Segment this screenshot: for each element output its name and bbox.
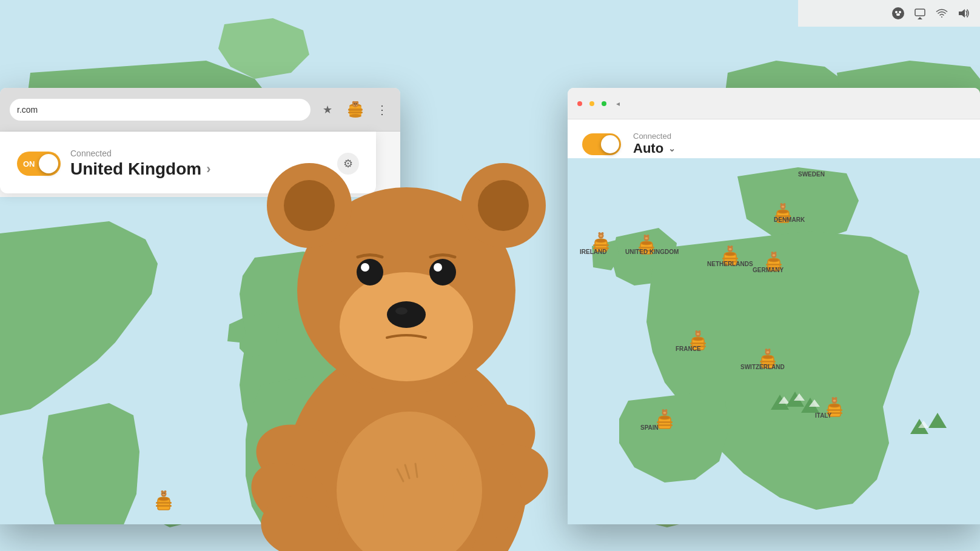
svg-text:IRELAND: IRELAND	[580, 249, 606, 255]
svg-point-117	[349, 114, 361, 118]
svg-point-190	[784, 203, 786, 205]
svg-point-136	[164, 493, 165, 494]
vpn-app-titlebar: ◂	[568, 88, 980, 119]
svg-text:SWEDEN: SWEDEN	[798, 171, 825, 178]
svg-point-130	[159, 498, 169, 501]
svg-rect-202	[760, 361, 776, 362]
svg-point-208	[768, 349, 771, 351]
svg-rect-115	[348, 109, 363, 111]
vpn-location-button[interactable]: United Kingdom ›	[70, 159, 211, 179]
svg-point-209	[767, 351, 770, 353]
svg-rect-116	[348, 112, 363, 113]
svg-point-223	[660, 416, 670, 419]
app-toggle-knob	[601, 135, 619, 153]
svg-rect-220	[657, 421, 673, 423]
svg-point-135	[163, 493, 164, 494]
maximize-window-button[interactable]	[602, 101, 606, 106]
svg-point-171	[728, 245, 730, 248]
svg-point-162	[644, 235, 646, 237]
svg-point-106	[899, 11, 901, 13]
browser-window: r.com ★ ⋮	[0, 88, 400, 524]
svg-point-205	[763, 356, 773, 359]
svg-point-133	[164, 490, 167, 493]
dots-icon: ⋮	[376, 102, 388, 117]
close-window-button[interactable]	[577, 101, 582, 106]
svg-text:GERMANY: GERMANY	[753, 267, 784, 273]
svg-rect-211	[827, 409, 842, 411]
svg-point-216	[832, 397, 834, 399]
svg-text:FRANCE: FRANCE	[676, 346, 701, 352]
browser-toolbar: r.com ★ ⋮	[0, 88, 400, 132]
svg-text:UNITED KINGDOM: UNITED KINGDOM	[625, 249, 679, 255]
svg-rect-128	[156, 505, 172, 507]
svg-rect-175	[766, 264, 782, 265]
svg-point-189	[780, 203, 783, 205]
svg-rect-110	[915, 9, 925, 16]
star-icon: ★	[323, 103, 332, 116]
svg-marker-111	[918, 17, 922, 19]
svg-point-107	[896, 13, 900, 16]
svg-text:SWITZERLAND: SWITZERLAND	[740, 364, 785, 370]
app-vpn-status: Connected Auto ⌄	[633, 132, 965, 156]
vpn-app-map: SWEDEN DENMARK IRELAND UNITED KINGDOM NE…	[568, 158, 980, 524]
svg-point-123	[356, 103, 357, 104]
svg-text:ITALY: ITALY	[815, 412, 832, 419]
svg-rect-193	[690, 342, 706, 344]
svg-point-214	[830, 404, 839, 407]
svg-marker-112	[959, 9, 965, 18]
svg-point-191	[782, 205, 785, 208]
svg-point-105	[895, 11, 898, 13]
toggle-on-label: ON	[23, 159, 35, 169]
address-bar[interactable]: r.com	[10, 99, 310, 121]
svg-point-164	[645, 237, 648, 239]
svg-point-151	[596, 239, 606, 242]
svg-point-163	[647, 235, 649, 237]
vpn-location-text: United Kingdom	[70, 159, 201, 179]
svg-point-109	[899, 8, 902, 11]
browser-map	[0, 197, 400, 524]
svg-point-199	[699, 330, 701, 333]
minimize-window-button[interactable]	[589, 101, 594, 106]
app-caret-icon: ⌄	[668, 144, 676, 153]
svg-point-181	[774, 252, 777, 254]
app-location-row[interactable]: Auto ⌄	[633, 141, 965, 156]
svg-point-124	[355, 104, 357, 105]
svg-point-198	[696, 330, 698, 333]
svg-point-169	[725, 253, 735, 256]
wifi-icon[interactable]	[935, 7, 948, 20]
app-connected-label: Connected	[633, 132, 965, 141]
svg-point-132	[161, 490, 164, 493]
svg-point-217	[835, 397, 837, 399]
svg-point-154	[602, 232, 604, 235]
vpn-toggle[interactable]: ON	[17, 152, 61, 176]
svg-point-173	[729, 248, 732, 250]
vpn-extension-popup: ON Connected United Kingdom › ⚙	[0, 132, 376, 193]
vpn-app-window: ◂ Connected Auto ⌄	[568, 88, 980, 524]
bookmark-button[interactable]: ★	[318, 100, 337, 119]
location-chevron-icon: ›	[206, 161, 210, 177]
svg-text:DENMARK: DENMARK	[774, 216, 805, 223]
vpn-status-info: Connected United Kingdom ›	[70, 149, 211, 179]
vpn-toggle-area: ON Connected United Kingdom ›	[17, 149, 211, 179]
settings-button[interactable]: ⚙	[337, 153, 359, 175]
airplay-icon[interactable]	[913, 7, 927, 20]
app-location-text: Auto	[633, 141, 663, 156]
svg-point-178	[769, 259, 779, 262]
browser-menu-button[interactable]: ⋮	[374, 101, 391, 118]
volume-icon[interactable]	[957, 7, 970, 20]
svg-point-218	[833, 399, 836, 402]
system-menubar	[798, 0, 980, 27]
app-vpn-toggle[interactable]	[582, 133, 621, 155]
svg-rect-221	[657, 424, 673, 426]
svg-rect-166	[722, 258, 738, 259]
svg-point-172	[731, 245, 733, 248]
svg-point-187	[778, 210, 788, 213]
tunnelbear-extension-icon[interactable]	[344, 99, 366, 121]
svg-point-227	[663, 412, 666, 414]
svg-point-226	[665, 409, 668, 412]
gear-icon: ⚙	[343, 157, 353, 170]
tunnelbear-menubar-icon[interactable]	[891, 7, 905, 20]
svg-point-108	[894, 8, 897, 11]
collapse-icon[interactable]: ◂	[616, 99, 620, 108]
vpn-connected-label: Connected	[70, 149, 211, 158]
